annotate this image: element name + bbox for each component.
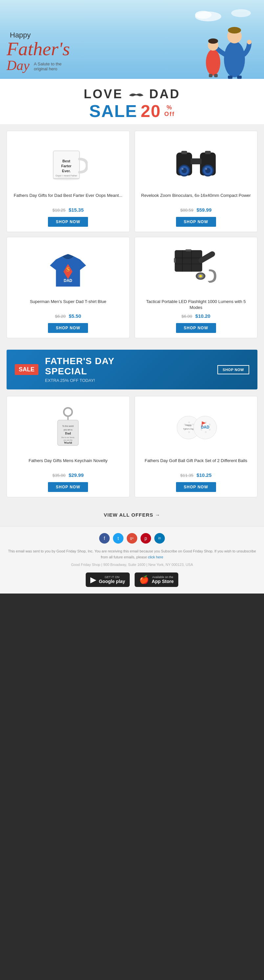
svg-rect-23 xyxy=(190,158,202,164)
svg-text:Happy: Happy xyxy=(185,424,191,426)
svg-text:Father's Day: Father's Day xyxy=(183,428,193,430)
social-icon-twitter[interactable]: t xyxy=(113,533,123,544)
product-card-flashlight: Tactical Portable LED Flashlight 1000 Lu… xyxy=(134,237,258,338)
hero-illustration xyxy=(188,6,254,79)
svg-rect-9 xyxy=(237,76,242,79)
product-image-mug: Best Farter Ever. Oops! I meant Father xyxy=(12,136,125,189)
original-price-shirt: $6.20 xyxy=(55,314,66,319)
hero-fathers: Father's xyxy=(6,40,70,59)
original-price-keychain: $35.00 xyxy=(52,473,66,478)
product-image-binoculars xyxy=(140,136,253,189)
products-section-2: To the world you are a Dad But to our fa… xyxy=(0,395,264,504)
social-icon-googleplus[interactable]: g+ xyxy=(127,533,137,544)
product-image-golfball: Happy Father's Day DAD xyxy=(140,401,253,454)
sale-off: % Off xyxy=(164,105,175,118)
svg-text:World: World xyxy=(64,441,72,444)
svg-point-2 xyxy=(228,27,241,33)
svg-text:you are a: you are a xyxy=(64,428,73,431)
products-grid-1: Best Farter Ever. Oops! I meant Father F… xyxy=(6,131,258,338)
products-grid-2: To the world you are a Dad But to our fa… xyxy=(6,396,258,497)
product-price-flashlight: $6.00 $10.20 xyxy=(182,313,210,319)
svg-point-3 xyxy=(247,40,251,45)
social-icon-facebook[interactable]: f xyxy=(99,533,110,544)
svg-point-27 xyxy=(182,168,183,170)
original-price-flashlight: $6.00 xyxy=(182,314,193,319)
svg-point-62 xyxy=(192,424,194,426)
product-title-keychain: Fathers Day Gifts Mens Keychain Novelty xyxy=(28,458,108,469)
hero-day: Day xyxy=(6,59,30,72)
product-price-golfball: $11.35 $10.25 xyxy=(180,472,212,478)
sale-price-keychain: $29.99 xyxy=(69,472,84,478)
hero-salute: A Salute to the original hero xyxy=(34,62,62,71)
svg-point-50 xyxy=(64,408,72,416)
svg-text:you are the: you are the xyxy=(64,439,73,441)
svg-point-48 xyxy=(199,275,202,277)
svg-rect-11 xyxy=(214,74,218,77)
shop-now-button-mug[interactable]: SHOP NOW xyxy=(48,217,88,227)
google-play-text: GET IT ON Google play xyxy=(99,576,125,584)
shop-now-button-keychain[interactable]: SHOP NOW xyxy=(48,482,88,492)
svg-text:S: S xyxy=(66,266,70,273)
svg-point-7 xyxy=(208,38,218,44)
app-buttons: ▶ GET IT ON Google play 🍎 Available on t… xyxy=(6,573,258,587)
footer-disclaimer: This email was sent to you by Good Frida… xyxy=(6,549,258,560)
product-price-mug: $18.25 $15.35 xyxy=(52,207,84,213)
product-price-shirt: $6.20 $5.50 xyxy=(55,313,81,319)
banner-title: FATHER'S DAY SPECIAL xyxy=(45,356,211,377)
apple-icon: 🍎 xyxy=(139,575,149,584)
shop-now-button-binoculars[interactable]: SHOP NOW xyxy=(176,217,216,227)
svg-point-61 xyxy=(188,422,190,424)
view-all-button[interactable]: VIEW ALL OFFERS → xyxy=(104,512,160,518)
sale-price-flashlight: $10.20 xyxy=(195,313,210,319)
social-icon-pinterest[interactable]: p xyxy=(141,533,151,544)
banner-text: FATHER'S DAY SPECIAL EXTRA 25% OFF TODAY… xyxy=(45,356,211,383)
google-play-button[interactable]: ▶ GET IT ON Google play xyxy=(86,573,130,587)
svg-text:Farter: Farter xyxy=(62,164,72,168)
shop-now-button-shirt[interactable]: SHOP NOW xyxy=(48,323,88,333)
banner-subtitle: EXTRA 25% OFF TODAY! xyxy=(45,378,211,383)
product-title-flashlight: Tactical Portable LED Flashlight 1000 Lu… xyxy=(140,299,253,310)
svg-text:But to our family: But to our family xyxy=(62,436,75,438)
products-section-1: Best Farter Ever. Oops! I meant Father F… xyxy=(0,124,264,345)
app-store-button[interactable]: 🍎 Available on the App Store xyxy=(134,573,178,587)
svg-line-49 xyxy=(209,270,210,271)
original-price-binoculars: $80.59 xyxy=(180,208,193,213)
app-store-text: Available on the App Store xyxy=(152,576,174,584)
svg-rect-33 xyxy=(205,151,211,154)
hero-text: Happy Father's Day A Salute to the origi… xyxy=(6,31,70,79)
svg-point-13 xyxy=(195,11,212,19)
product-title-shirt: Superman Men's Super Dad T-shirt Blue xyxy=(30,299,106,310)
social-icons: f t g+ p in xyxy=(6,533,258,544)
banner-shop-now-button[interactable]: SHOP NOW xyxy=(217,365,249,374)
svg-text:Oops! I meant Father: Oops! I meant Father xyxy=(55,175,77,177)
product-card-shirt: S DAD Superman Men's Super Dad T-shirt B… xyxy=(6,237,130,338)
svg-rect-38 xyxy=(175,250,202,272)
svg-point-0 xyxy=(224,41,245,77)
original-price-mug: $18.25 xyxy=(52,208,66,213)
product-image-keychain: To the world you are a Dad But to our fa… xyxy=(12,401,125,454)
svg-text:To the world: To the world xyxy=(62,425,74,427)
view-all-section: VIEW ALL OFFERS → xyxy=(0,504,264,526)
footer-address: Good Friday Shop | 900 Broadway, Suite 1… xyxy=(6,563,258,566)
product-card-binoculars: Revelook Zoom Binoculars, 6x-16x40mm Com… xyxy=(134,131,258,232)
svg-text:Dad: Dad xyxy=(65,431,71,435)
svg-rect-32 xyxy=(181,151,187,154)
shop-now-button-flashlight[interactable]: SHOP NOW xyxy=(176,323,216,333)
sale-line: SALE 20 % Off xyxy=(6,101,258,121)
mustache-icon xyxy=(128,91,144,98)
svg-point-64 xyxy=(188,431,190,433)
product-title-binoculars: Revelook Zoom Binoculars, 6x-16x40mm Com… xyxy=(141,192,251,204)
product-card-keychain: To the world you are a Dad But to our fa… xyxy=(6,396,130,497)
svg-point-31 xyxy=(205,168,207,170)
love-dad-title: LOVE DAD xyxy=(6,87,258,101)
google-play-icon: ▶ xyxy=(90,575,96,584)
footer-unsubscribe-link[interactable]: click here xyxy=(148,555,163,559)
svg-rect-8 xyxy=(228,76,232,79)
shop-now-button-golfball[interactable]: SHOP NOW xyxy=(176,482,216,492)
svg-text:DAD: DAD xyxy=(64,278,72,283)
product-price-keychain: $35.00 $29.99 xyxy=(52,472,84,478)
social-icon-linkedin[interactable]: in xyxy=(154,533,165,544)
product-title-golfball: Fathers Day Golf Ball Gift Pack Set of 2… xyxy=(144,458,247,469)
svg-point-14 xyxy=(231,9,251,17)
sale-price-shirt: $5.50 xyxy=(69,313,81,319)
